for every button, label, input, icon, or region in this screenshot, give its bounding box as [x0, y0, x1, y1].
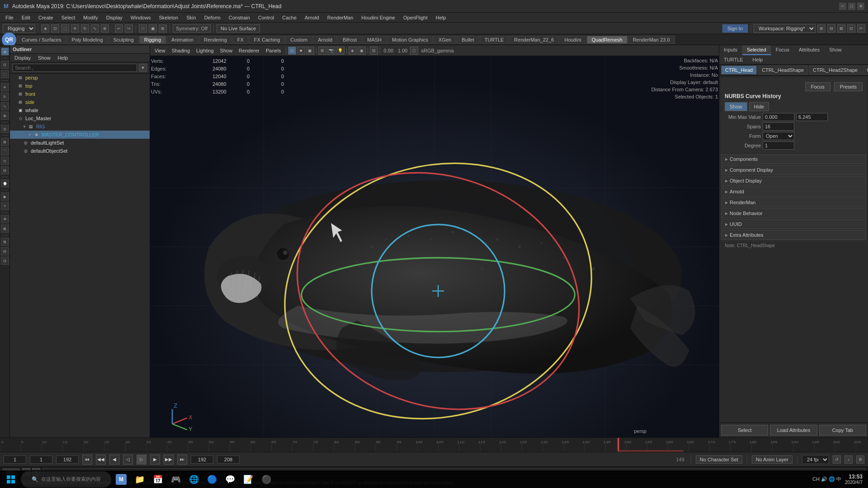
shelf-fxcaching[interactable]: FX Caching: [249, 36, 285, 44]
taskbar-calendar[interactable]: 📅: [149, 471, 166, 488]
tool-lasso-icon[interactable]: ⊡: [1, 61, 9, 69]
step-forward-button[interactable]: ▶▶: [164, 455, 174, 465]
go-end-button[interactable]: ⏭: [177, 455, 187, 465]
tool-snap-view-icon[interactable]: ⊟: [1, 166, 9, 174]
section-components-header[interactable]: ▶ Components: [721, 154, 866, 164]
vp-color-icon[interactable]: ⬡: [410, 47, 418, 55]
taskbar-chrome[interactable]: 🔵: [203, 471, 221, 488]
node-tab-ctrl-head-shape[interactable]: CTRL_HeadShape: [758, 66, 808, 75]
vp-lights-icon[interactable]: 💡: [336, 47, 344, 55]
icon-grid4[interactable]: ⊡: [847, 24, 855, 33]
vp-resolution-gate-icon[interactable]: ⊟: [370, 47, 378, 55]
menu-file[interactable]: File: [2, 14, 17, 21]
tab-focus[interactable]: Focus: [771, 45, 794, 55]
menu-deform[interactable]: Deform: [201, 14, 224, 21]
search-taskbar[interactable]: 🔍 在这里输入你要搜索的内容: [21, 471, 111, 488]
tool-select[interactable]: ◈: [41, 24, 49, 33]
outliner-item-default-object-set[interactable]: ◎ defaultObjectSet: [10, 147, 150, 155]
copy-tab-button[interactable]: Copy Tab: [819, 425, 866, 436]
tool-snap-point-icon[interactable]: ⊙: [1, 157, 9, 165]
tool-grid2-icon[interactable]: ⊟: [1, 247, 9, 255]
outliner-search-input[interactable]: [13, 64, 137, 72]
tool-paint-select-icon[interactable]: ⬚: [1, 70, 9, 78]
outliner-item-front[interactable]: ⊞ front: [10, 90, 150, 98]
tool-rotate[interactable]: ↻: [81, 24, 89, 33]
menu-cache[interactable]: Cache: [278, 14, 300, 21]
shelf-quadremesh[interactable]: QuadRemesh: [587, 36, 627, 44]
section-object-display-header[interactable]: ▶ Object Display: [721, 176, 866, 186]
section-node-behavior-header[interactable]: ▶ Node Behavior: [721, 208, 866, 218]
form-select[interactable]: Open Closed Periodic: [763, 132, 794, 140]
tool-a[interactable]: □: [139, 24, 147, 33]
shelf-rigging[interactable]: Rigging: [139, 36, 166, 44]
shelf-houdini[interactable]: Houdini: [559, 36, 586, 44]
close-button[interactable]: ✕: [857, 3, 864, 10]
audio-icon[interactable]: ♪: [844, 455, 853, 464]
step-back-button[interactable]: ◀◀: [96, 455, 106, 465]
spans-input[interactable]: [763, 122, 794, 131]
outliner-filter-icon[interactable]: ▼: [139, 64, 147, 72]
tool-history-icon[interactable]: ⌚: [1, 179, 9, 188]
load-attributes-button[interactable]: Load Attributes: [770, 425, 817, 436]
taskbar-maya[interactable]: M: [112, 471, 130, 488]
node-tab-ctrl-head[interactable]: CTRL_Head: [721, 66, 757, 75]
presets-button[interactable]: Presets: [834, 82, 863, 91]
taskbar-explorer[interactable]: 📁: [131, 471, 148, 488]
clock-display[interactable]: 13:53 2020/4/7: [845, 474, 863, 485]
shelf-renderman23[interactable]: RenderMan 23.0: [628, 36, 675, 44]
min-value-input[interactable]: [763, 113, 794, 121]
shelf-custom[interactable]: Custom: [285, 36, 312, 44]
section-component-display-header[interactable]: ▶ Component Display: [721, 165, 866, 175]
shelf-curves[interactable]: Curves / Surfaces: [17, 36, 66, 44]
tool-grid-icon[interactable]: ⊞: [1, 238, 9, 246]
outliner-item-loc-master[interactable]: ◇ Loc_Master: [10, 114, 150, 122]
play-backward-button[interactable]: ◁: [123, 455, 133, 465]
shelf-bullet[interactable]: Bullet: [457, 36, 479, 44]
tool-show-hide-icon[interactable]: 👁: [1, 215, 9, 223]
tool-paint[interactable]: ⬚: [61, 24, 69, 33]
settings-icon[interactable]: ⚙: [856, 455, 864, 464]
focus-button[interactable]: Focus: [805, 82, 830, 91]
tool-soft-select-icon[interactable]: ◎: [1, 125, 9, 133]
tool-snap-curve-icon[interactable]: ⌒: [1, 147, 9, 155]
section-uuid-header[interactable]: ▶ UUID: [721, 219, 866, 229]
menu-select[interactable]: Select: [58, 14, 79, 21]
shelf-sculpting[interactable]: Sculpting: [108, 36, 139, 44]
menu-skeleton[interactable]: Skeleton: [155, 14, 182, 21]
taskbar-word[interactable]: 📝: [240, 471, 257, 488]
node-tab-ctrl-head2-shape[interactable]: CTRL_Head2Shape: [809, 66, 862, 75]
tool-scale-icon[interactable]: ⤡: [1, 102, 9, 110]
outliner-menu-help[interactable]: Help: [55, 55, 71, 61]
taskbar-github[interactable]: ⚫: [258, 471, 275, 488]
viewport-canvas[interactable]: X Y Z Verts: 12042 0 0 Edges: 24: [150, 56, 719, 437]
tool-universal-manip-icon[interactable]: ⊕: [1, 112, 9, 120]
tool-redo[interactable]: ↪: [125, 24, 133, 33]
icon-grid3[interactable]: ⊠: [837, 24, 845, 33]
tool-select-icon[interactable]: ◈: [1, 47, 9, 56]
menu-renderman[interactable]: RenderMan: [324, 14, 357, 21]
range-end-field[interactable]: 192: [191, 455, 213, 464]
shelf-xgen[interactable]: XGen: [434, 36, 456, 44]
menu-display[interactable]: Display: [103, 14, 126, 21]
outliner-item-persp[interactable]: ⊞ persp: [10, 74, 150, 82]
outliner-menu-show[interactable]: Show: [35, 55, 53, 61]
section-renderman-header[interactable]: ▶ RenderMan: [721, 197, 866, 207]
start-button[interactable]: [2, 471, 20, 488]
show-button[interactable]: Show: [725, 102, 747, 111]
shelf-poly[interactable]: Poly Modeling: [66, 36, 108, 44]
icon-grid1[interactable]: ⊞: [817, 24, 826, 33]
shelf-rendering[interactable]: Rendering: [199, 36, 232, 44]
tool-undo[interactable]: ↩: [115, 24, 123, 33]
vp-menu-lighting[interactable]: Lighting: [193, 47, 217, 54]
menu-modify[interactable]: Modify: [80, 14, 101, 21]
next-frame-button[interactable]: ▶: [150, 455, 160, 465]
menu-create[interactable]: Create: [35, 14, 57, 21]
menu-help[interactable]: Help: [432, 14, 450, 21]
tool-display-icon[interactable]: ⊠: [1, 225, 9, 233]
tool-grid3-icon[interactable]: ⊡: [1, 257, 9, 265]
vp-solid-icon[interactable]: ■: [297, 47, 305, 55]
section-extra-attributes-header[interactable]: ▶ Extra Attributes: [721, 230, 866, 240]
tool-rotate-icon[interactable]: ↻: [1, 93, 9, 101]
go-start-button[interactable]: ⏮: [82, 455, 92, 465]
workspace-select[interactable]: Workspace: Rigging*: [754, 24, 816, 33]
